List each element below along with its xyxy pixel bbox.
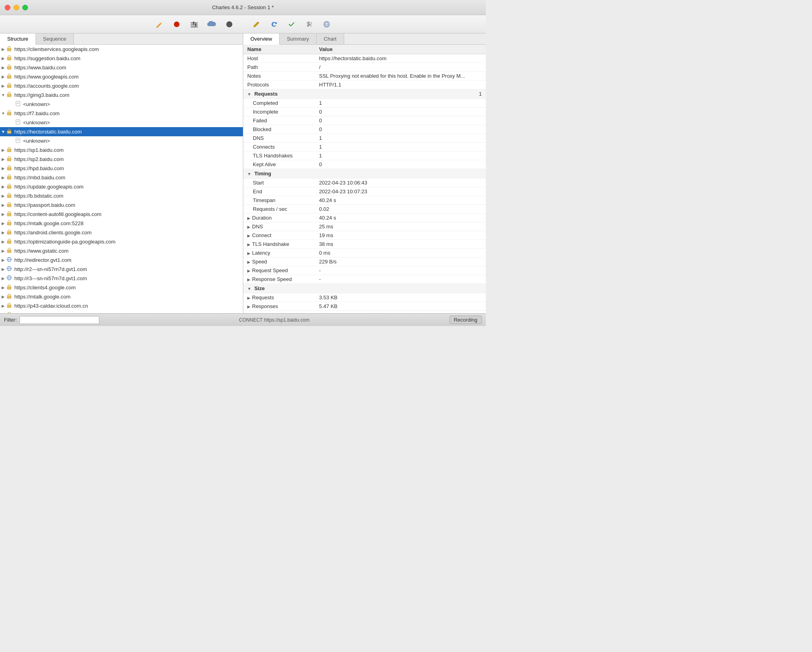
section-header[interactable]: ▼ Size: [243, 284, 486, 293]
expand-icon[interactable]: ▶: [0, 221, 6, 226]
row-name: Path: [243, 63, 315, 72]
expand-icon[interactable]: ▶: [0, 304, 6, 308]
minimize-button[interactable]: [14, 5, 19, 10]
collapse-btn[interactable]: ▶: [247, 304, 250, 309]
tree-item[interactable]: <unknown>: [0, 118, 243, 127]
expand-icon[interactable]: ▶: [0, 148, 6, 152]
collapse-btn[interactable]: ▶: [247, 251, 250, 255]
collapse-icon[interactable]: ▼: [0, 93, 6, 97]
breakpoints-btn[interactable]: [222, 18, 237, 30]
expand-icon[interactable]: ▶: [0, 276, 6, 281]
collapse-btn[interactable]: ▶: [247, 269, 250, 273]
tree-item[interactable]: ▶ https://p43-caldav.icloud.com.cn: [0, 301, 243, 310]
tree-item[interactable]: ▼ https://f7.baidu.com: [0, 109, 243, 118]
expand-icon[interactable]: ▶: [0, 258, 6, 262]
detail-row: ▶Responses5.47 KB: [243, 302, 486, 311]
section-toggle-icon[interactable]: ▼: [247, 92, 253, 96]
item-url-text: http://r2---sn-ni57rn7d.gvt1.com: [14, 266, 87, 272]
expand-icon[interactable]: ▶: [0, 47, 6, 51]
section-toggle-icon[interactable]: ▼: [247, 287, 253, 291]
expand-icon[interactable]: ▶: [0, 65, 6, 70]
record-btn[interactable]: [169, 18, 184, 30]
expand-icon[interactable]: ▶: [0, 249, 6, 253]
collapse-btn[interactable]: ▶: [247, 260, 250, 264]
tree-item[interactable]: ▶ https://suggestion.baidu.com: [0, 54, 243, 63]
expand-icon[interactable]: ▶: [0, 157, 6, 161]
tree-item[interactable]: ▶ https://b.bdstatic.com: [0, 191, 243, 200]
tree-item[interactable]: ▶ https://hpd.baidu.com: [0, 164, 243, 173]
expand-icon[interactable]: ▶: [0, 230, 6, 235]
rewrite-btn[interactable]: [249, 18, 264, 30]
collapse-btn[interactable]: ▶: [247, 242, 250, 247]
tree-item[interactable]: ▶ https://clients4.google.com: [0, 283, 243, 292]
wand-tool-btn[interactable]: [152, 18, 166, 30]
expand-icon[interactable]: ▶: [0, 267, 6, 271]
detail-row: End2022-04-23 10:07:23: [243, 187, 486, 196]
tab-overview[interactable]: Overview: [243, 33, 280, 45]
refresh-btn[interactable]: [267, 18, 281, 30]
expand-icon[interactable]: ▶: [0, 194, 6, 198]
tree-item[interactable]: ▶ https://clientservices.googleapis.com: [0, 45, 243, 54]
tree-item[interactable]: ▶ https://update.googleapis.com: [0, 182, 243, 191]
tree-item[interactable]: ▼ https://gimg3.baidu.com: [0, 90, 243, 100]
section-header[interactable]: ▼ Requests1: [243, 89, 486, 99]
collapse-btn[interactable]: ▶: [247, 216, 250, 220]
tree-item[interactable]: ▶ https://content-autofill.googleapis.co…: [0, 210, 243, 219]
tree-item[interactable]: ▶ https://www.gstatic.com: [0, 246, 243, 255]
tree-item[interactable]: <unknown>: [0, 136, 243, 145]
tree-item[interactable]: ▶ http://r3---sn-ni57rn7d.gvt1.com: [0, 274, 243, 283]
filter-input[interactable]: [20, 316, 99, 324]
expand-icon[interactable]: ▶: [0, 56, 6, 61]
tree-item[interactable]: ▶ https://optimizationguide-pa.googleapi…: [0, 237, 243, 246]
tab-chart[interactable]: Chart: [317, 33, 344, 44]
tree-item[interactable]: ▶ http://redirector.gvt1.com: [0, 255, 243, 265]
tree-item[interactable]: ▶ https://accounts.google.com: [0, 81, 243, 90]
expand-icon[interactable]: ▶: [0, 84, 6, 88]
tree-item[interactable]: ▶ https://www.baidu.com: [0, 63, 243, 72]
section-toggle-icon[interactable]: ▼: [247, 172, 253, 176]
expand-icon[interactable]: ▶: [0, 203, 6, 207]
tree-item[interactable]: ▶ http://r2---sn-ni57rn7d.gvt1.com: [0, 265, 243, 274]
throttle-btn[interactable]: [187, 18, 201, 30]
globe-icon: [6, 257, 14, 263]
tree-item[interactable]: ▶ https://mbd.baidu.com: [0, 173, 243, 182]
expand-icon[interactable]: ▶: [0, 212, 6, 216]
tree-item[interactable]: <unknown>: [0, 100, 243, 109]
tree-item[interactable]: ▶ https://passport.baidu.com: [0, 200, 243, 210]
section-header[interactable]: ▼ Timing: [243, 169, 486, 179]
expand-icon[interactable]: ▶: [0, 240, 6, 244]
tree-item[interactable]: ▶ https://sp1.baidu.com: [0, 145, 243, 155]
close-button[interactable]: [5, 5, 10, 10]
tree-item[interactable]: ▶ https://mtalk.google.com:5228: [0, 219, 243, 228]
expand-icon[interactable]: ▶: [0, 285, 6, 290]
tree-item[interactable]: ▶ https://sp2.baidu.com: [0, 155, 243, 164]
tree-item[interactable]: ▼ https://hectorstatic.baidu.com: [0, 127, 243, 136]
collapse-btn[interactable]: ▶: [247, 225, 250, 229]
collapse-btn[interactable]: ▶: [247, 296, 250, 300]
tools-btn[interactable]: [302, 18, 316, 30]
cloud-btn[interactable]: [205, 18, 219, 30]
expand-icon[interactable]: ▶: [0, 175, 6, 180]
globe-btn[interactable]: [319, 18, 334, 30]
expand-icon[interactable]: ▶: [0, 185, 6, 189]
expand-icon[interactable]: ▶: [0, 295, 6, 299]
collapse-btn[interactable]: ▶: [247, 277, 250, 282]
tab-summary[interactable]: Summary: [280, 33, 317, 44]
expand-icon[interactable]: ▶: [0, 166, 6, 171]
tab-sequence[interactable]: Sequence: [36, 33, 74, 44]
tree-item[interactable]: ▶ https://p43-contacts.icloud.com.cn: [0, 310, 243, 313]
globe-icon: [6, 275, 14, 282]
tree-item[interactable]: ▶ https://mtalk.google.com: [0, 292, 243, 301]
row-name: ▶Requests: [243, 293, 315, 302]
maximize-button[interactable]: [22, 5, 28, 10]
validate-btn[interactable]: [284, 18, 299, 30]
collapse-btn[interactable]: ▶: [247, 234, 250, 238]
tree-item[interactable]: ▶ https://android.clients.google.com: [0, 228, 243, 237]
collapse-icon[interactable]: ▼: [0, 111, 6, 116]
row-value: HTTP/1.1: [315, 81, 486, 89]
row-value: 1: [315, 134, 486, 143]
expand-icon[interactable]: ▶: [0, 75, 6, 79]
collapse-icon[interactable]: ▼: [0, 130, 6, 134]
tree-item[interactable]: ▶ https://www.googleapis.com: [0, 72, 243, 81]
tab-structure[interactable]: Structure: [0, 33, 36, 45]
